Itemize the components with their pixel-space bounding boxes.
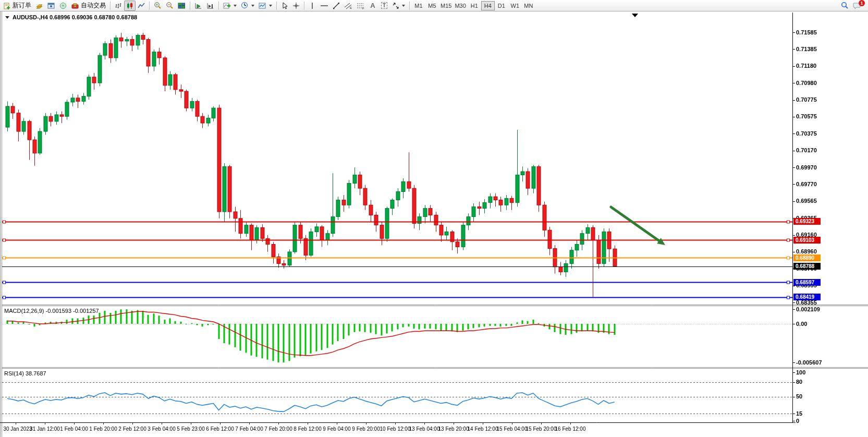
navigator-button[interactable]	[45, 1, 57, 11]
line-chart-button[interactable]	[136, 1, 147, 11]
fibonacci-button[interactable]: F	[354, 1, 367, 11]
text-button[interactable]: A	[367, 1, 378, 11]
equidistant-channel-button[interactable]: E	[342, 1, 354, 11]
templates-icon	[259, 2, 266, 9]
new-order-button[interactable]: 新订单	[2, 1, 33, 11]
timeframe-button-H1[interactable]: H1	[468, 1, 481, 10]
horizontal-line-icon	[320, 2, 328, 9]
periods-icon	[241, 2, 249, 9]
arrows-button[interactable]	[390, 1, 407, 11]
toolbar-separator	[218, 2, 219, 10]
vertical-line-button[interactable]	[307, 1, 318, 11]
timeframe-button-M5[interactable]: M5	[425, 1, 439, 10]
channel-icon: E	[344, 2, 352, 9]
auto-scroll-button[interactable]	[192, 1, 204, 11]
tile-windows-button[interactable]	[176, 1, 188, 11]
toolbar-separator	[276, 2, 277, 10]
toolbar: 新订单 自动交易	[0, 0, 868, 11]
toolbar-separator	[149, 2, 150, 10]
text-label-icon: T	[381, 2, 387, 9]
fibonacci-icon: F	[357, 2, 365, 9]
signals-icon	[59, 2, 67, 9]
timeframe-button-W1[interactable]: W1	[508, 1, 522, 10]
bar-chart-button[interactable]	[113, 1, 124, 11]
crosshair-icon	[292, 2, 300, 9]
chevron-down-icon	[251, 5, 254, 7]
cursor-button[interactable]	[279, 1, 290, 11]
periods-button[interactable]	[239, 1, 256, 11]
svg-text:E: E	[350, 6, 352, 9]
indicators-icon	[223, 2, 231, 9]
vertical-line-icon	[310, 2, 315, 9]
timeframe-button-M1[interactable]: M1	[412, 1, 425, 10]
toolbar-separator	[409, 2, 410, 10]
chevron-down-icon	[402, 5, 405, 7]
tile-windows-icon	[178, 2, 186, 9]
search-icon	[841, 2, 849, 9]
bar-chart-icon	[115, 2, 122, 9]
trendline-icon	[333, 2, 340, 9]
candlestick-chart-button[interactable]	[124, 1, 136, 11]
zoom-out-button[interactable]	[164, 1, 176, 11]
zoom-in-button[interactable]	[152, 1, 164, 11]
templates-button[interactable]	[256, 1, 274, 11]
search-button[interactable]	[839, 1, 851, 11]
crosshair-button[interactable]	[290, 1, 302, 11]
text-icon: A	[370, 2, 375, 9]
toolbar-separator	[110, 2, 111, 10]
notification-badge: 1	[859, 0, 865, 6]
chevron-down-icon	[269, 5, 272, 7]
toolbar-separator	[190, 2, 190, 10]
auto-trading-label: 自动交易	[81, 1, 106, 10]
timeframe-button-H4[interactable]: H4	[481, 1, 495, 10]
signals-button[interactable]	[57, 1, 69, 11]
text-label-button[interactable]: T	[378, 1, 390, 11]
candlestick-chart-icon	[126, 2, 133, 9]
line-chart-icon	[138, 2, 145, 9]
auto-trading-button[interactable]: 自动交易	[69, 1, 108, 11]
auto-trading-icon	[71, 2, 79, 9]
chart-canvas[interactable]	[0, 0, 868, 437]
timeframe-group: M1M5M15M30H1H4D1W1MN	[412, 1, 535, 10]
indicators-button[interactable]	[221, 1, 239, 11]
new-order-icon	[4, 2, 11, 9]
new-chart-icon	[35, 2, 43, 9]
timeframe-button-D1[interactable]: D1	[495, 1, 508, 10]
trendline-button[interactable]	[331, 1, 342, 11]
auto-scroll-icon	[194, 2, 202, 9]
new-chart-button[interactable]	[33, 1, 45, 11]
svg-text:F: F	[362, 6, 364, 9]
navigator-icon	[47, 2, 55, 9]
cursor-icon	[282, 2, 288, 9]
chart-shift-button[interactable]	[204, 1, 216, 11]
arrows-icon	[392, 2, 399, 9]
chat-button[interactable]: 1	[851, 1, 863, 11]
timeframe-button-MN[interactable]: MN	[522, 1, 535, 10]
chevron-down-icon	[234, 5, 237, 7]
timeframe-button-M15[interactable]: M15	[439, 1, 453, 10]
timeframe-button-M30[interactable]: M30	[453, 1, 467, 10]
toolbar-separator	[304, 2, 304, 10]
zoom-in-icon	[154, 2, 162, 9]
new-order-label: 新订单	[13, 1, 31, 10]
zoom-out-icon	[166, 2, 174, 9]
horizontal-line-button[interactable]	[318, 1, 331, 11]
chart-shift-icon	[206, 2, 214, 9]
